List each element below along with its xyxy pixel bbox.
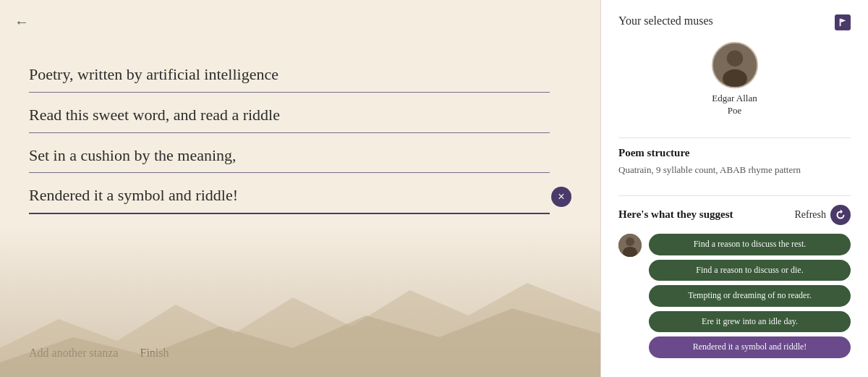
poem-line-container-1	[29, 98, 571, 133]
poem-line-container-3: ×	[29, 179, 571, 214]
suggestions-header: Here's what they suggest Refresh	[618, 205, 851, 225]
svg-point-2	[726, 50, 743, 67]
poem-line-input-3[interactable]	[29, 179, 550, 214]
suggestions-list: Find a reason to discuss the rest.Find a…	[618, 234, 851, 358]
poem-structure-description: Quatrain, 9 syllable count, ABAB rhyme p…	[618, 164, 851, 177]
poem-line-container-2	[29, 139, 571, 174]
poem-line-input-1[interactable]	[29, 98, 550, 133]
muse-name: Edgar Allan Poe	[712, 93, 757, 117]
suggestion-chip-2[interactable]: Tempting or dreaming of no reader.	[649, 285, 851, 307]
refresh-icon	[835, 209, 846, 221]
svg-rect-0	[840, 19, 841, 26]
muse-avatar	[712, 42, 758, 88]
right-panel-header: Your selected muses	[618, 14, 851, 30]
poem-lines: ×	[29, 58, 571, 329]
action-buttons: Add another stanza Finish	[29, 344, 571, 363]
poem-structure-section: Poem structure Quatrain, 9 syllable coun…	[618, 147, 851, 177]
muse-container: Edgar Allan Poe	[618, 42, 851, 117]
muse-small-avatar	[618, 234, 642, 257]
divider-1	[618, 137, 851, 138]
finish-button[interactable]: Finish	[140, 344, 169, 363]
poem-structure-title: Poem structure	[618, 147, 851, 159]
right-panel: Your selected muses Edgar Allan Poe Poem…	[600, 0, 868, 377]
refresh-button[interactable]: Refresh	[794, 205, 851, 225]
suggestion-chip-0[interactable]: Find a reason to discuss the rest.	[649, 234, 851, 255]
suggestion-chip-3[interactable]: Ere it grew into an idle day.	[649, 311, 851, 333]
poem-line-input-2[interactable]	[29, 139, 550, 174]
flag-icon	[838, 18, 847, 27]
divider-2	[618, 195, 851, 196]
flag-button[interactable]	[835, 14, 851, 30]
suggestion-chip-4[interactable]: Rendered it a symbol and riddle!	[649, 336, 851, 358]
suggestion-chip-1[interactable]: Find a reason to discuss or die.	[649, 260, 851, 281]
left-panel: ← × Add another stanza Finish	[0, 0, 600, 377]
svg-point-5	[626, 237, 634, 246]
clear-line-button-3[interactable]: ×	[551, 187, 571, 207]
suggestion-bubbles-0: Find a reason to discuss the rest.Find a…	[649, 234, 851, 358]
poem-line-input-0[interactable]	[29, 58, 550, 93]
back-button[interactable]: ←	[12, 12, 32, 32]
selected-muses-title: Your selected muses	[618, 14, 713, 27]
add-stanza-button[interactable]: Add another stanza	[29, 344, 119, 363]
suggestions-title: Here's what they suggest	[618, 208, 733, 221]
suggestion-row-0: Find a reason to discuss the rest.Find a…	[618, 234, 851, 358]
poem-line-container-0	[29, 58, 571, 93]
refresh-circle	[830, 205, 851, 225]
muse-portrait	[713, 43, 757, 87]
